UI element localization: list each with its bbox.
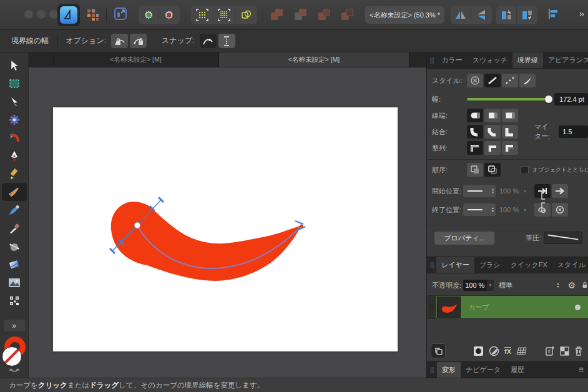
selected-node[interactable] [135,223,140,228]
panel-grip-icon[interactable]: || [430,57,434,64]
tab-layers[interactable]: レイヤー [436,257,474,273]
mask-checker-button[interactable] [560,346,569,356]
pixel-snap-button[interactable] [213,6,235,24]
miter-field[interactable]: 1.5 [559,125,588,138]
join-round-button[interactable] [467,125,483,139]
fill-stroke-selector[interactable] [1,336,28,371]
flip-vertical-button[interactable] [471,6,491,24]
window-zoom-button[interactable] [49,10,58,19]
live-filter-button[interactable] [516,346,527,356]
snap-to-curve-button[interactable] [200,34,217,48]
artboard-tool[interactable] [2,74,27,92]
reset-rotation-button[interactable] [552,203,568,217]
boolean-intersect-button[interactable] [317,7,332,22]
pressure-profile-button[interactable] [544,232,582,244]
pencil-tool[interactable] [2,165,27,183]
export-persona-button[interactable] [111,4,130,23]
start-style-dropdown[interactable]: ▴▾ [463,185,496,197]
vector-brush-tool[interactable] [2,183,27,201]
tab-color[interactable]: カラー [436,52,468,68]
snap-midpoint-button[interactable] [218,34,235,48]
boolean-subtract-button[interactable] [293,7,308,22]
layer-thumbnail[interactable] [437,296,461,318]
document-title-dropdown[interactable]: <名称未設定> (50.3% * [365,6,444,24]
layer-gear-icon[interactable]: ⚙ [568,280,576,290]
adjustment-button[interactable] [489,346,499,356]
panel-grip-icon[interactable]: || [430,366,435,373]
rotate-ccw-button[interactable] [496,6,516,24]
brush-stroke-shape[interactable] [111,202,301,281]
rotate-cw-button[interactable] [516,6,536,24]
start-percent-dropdown[interactable]: 100 %▾ [499,187,533,195]
toolbar-overflow-chevron[interactable]: » [579,8,584,19]
document-tab-inactive[interactable]: <名称未設定> [M] [53,52,218,67]
join-bevel-button[interactable] [484,125,501,139]
opacity-dropdown-chevron[interactable]: ▾ [487,280,494,291]
end-percent-dropdown[interactable]: 100 %▾ [499,206,533,213]
pattern-tool[interactable] [2,292,27,310]
document-tab-active[interactable]: <名称未設定> [M] [218,52,409,67]
panel-menu-icon[interactable]: ≡ [579,365,584,375]
fill-color-none[interactable] [2,346,22,366]
alignment-button[interactable] [543,4,562,23]
align-outside-button[interactable] [502,141,518,155]
style-none-button[interactable] [467,74,483,87]
style-dash-button[interactable] [502,74,518,87]
corner-tool[interactable] [2,129,27,147]
tab-styles[interactable]: スタイル [552,257,588,273]
delete-layer-button[interactable] [574,346,583,356]
settings-gear-green-button[interactable]: ⚙ [139,6,159,24]
transparency-tool[interactable] [2,255,27,273]
tab-brushes[interactable]: ブラシ [474,257,506,273]
layer-name[interactable]: カーブ [468,303,489,312]
align-center-button[interactable] [467,141,483,155]
more-tools-button[interactable]: » [4,320,25,331]
cap-butt-button[interactable] [484,109,501,122]
tab-swatches[interactable]: スウォッチ [468,52,512,68]
tab-history[interactable]: 履歴 [506,362,529,378]
designer-persona-button[interactable] [57,4,80,26]
end-arrow-button[interactable] [552,184,568,198]
cap-round-button[interactable] [467,109,483,122]
align-inside-button[interactable] [484,141,501,155]
style-solid-button[interactable] [484,74,501,87]
style-brush-button[interactable] [519,74,536,87]
stroke-width-field[interactable]: 172.4 pt [554,93,588,105]
flip-horizontal-button[interactable] [451,6,471,24]
pixel-persona-button[interactable] [85,7,101,23]
properties-button[interactable]: プロパティ... [434,232,494,245]
add-layer-button[interactable] [546,346,555,356]
end-style-dropdown[interactable]: ▴▾ [463,203,496,216]
snapping-toggle-button[interactable] [191,6,213,24]
stroke-width-slider[interactable] [467,93,551,105]
layer-visibility-toggle[interactable] [575,305,581,310]
point-transform-tool[interactable] [2,110,27,129]
link-start-end-icon[interactable] [540,191,546,211]
lock-icon[interactable] [582,281,588,290]
lock-pressure-button[interactable] [111,34,128,48]
panel-grip-icon[interactable]: || [430,262,434,268]
layer-effects-button[interactable]: fX [504,347,511,355]
window-minimize-button[interactable] [37,10,46,19]
place-image-tool[interactable] [2,273,27,292]
join-miter-button[interactable] [502,125,518,139]
boolean-add-button[interactable] [270,7,285,22]
cap-square-button[interactable] [502,109,518,122]
order-behind-button[interactable] [467,163,483,177]
layer-row-curve[interactable]: カーブ [427,295,588,319]
mask-layer-button[interactable] [473,346,484,356]
fill-tool[interactable] [2,237,27,255]
edit-all-layers-button[interactable] [431,343,446,358]
opacity-field[interactable]: 100 % [463,280,487,291]
pen-tool[interactable] [2,147,27,165]
boolean-divide-button[interactable] [340,7,355,22]
node-tool[interactable] [2,92,27,110]
paint-brush-tool[interactable] [2,201,27,219]
end-node[interactable] [300,224,303,227]
tab-quick-fx[interactable]: クイックFX [506,257,552,273]
slider-knob[interactable] [545,96,552,103]
tab-appearance[interactable]: アピアランス [543,52,588,68]
tab-navigator[interactable]: ナビゲータ [461,362,506,378]
blend-mode-dropdown[interactable]: 標準 [499,281,550,290]
window-close-button[interactable] [24,10,33,19]
